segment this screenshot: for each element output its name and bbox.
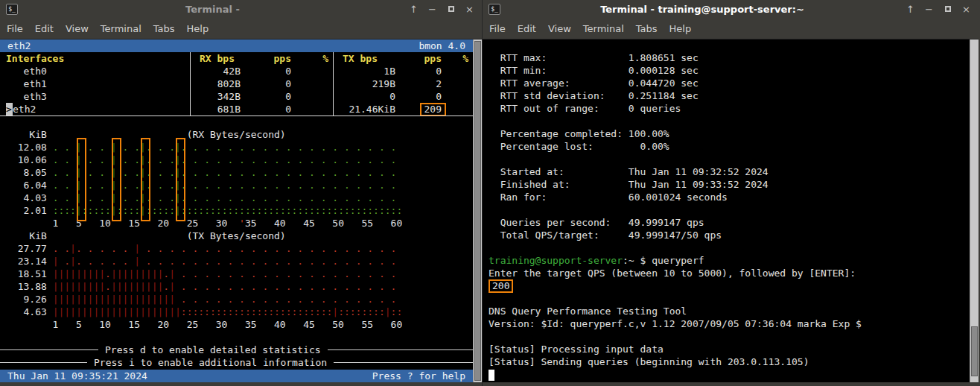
- tx-bytes-graph: KiB (TX Bytes/second) 27.77 . .|. . . . …: [0, 230, 473, 331]
- graph-dot: . .: [53, 154, 76, 165]
- y-tick-label: 13.88: [6, 281, 53, 292]
- graph-bar: |: [70, 256, 76, 267]
- graph-dot: ::::::::::::::::::::::::::::::::::::::: [181, 205, 402, 216]
- graph-data-row: 27.77 . .|. . . . . | . . . . . . . . . …: [0, 242, 473, 255]
- axis-segment: 35 40 45 50 55 60: [245, 218, 402, 229]
- divider: [328, 349, 473, 350]
- graph-bar: |||||||||: [111, 281, 163, 292]
- interface-row-eth0: eth0 42B 0 1B 0: [0, 65, 473, 77]
- minimize-icon[interactable]: −: [923, 0, 935, 19]
- graph-dot: . .: [53, 167, 76, 178]
- terminal-line: Version: $Id: queryperf.c,v 1.12 2007/09…: [489, 317, 970, 330]
- bmon-screen: eth2 bmon 4.0 Interfaces RX bps pps % TX…: [0, 39, 473, 382]
- divider: [0, 362, 87, 363]
- scrollbar[interactable]: [970, 39, 979, 382]
- graph-x-axis: 1 5 10 15 20 25 30 35 40 45 50 55 60: [0, 318, 473, 331]
- highlight-box: [176, 138, 185, 221]
- terminal-content: RTT max: 1.808651 sec RTT min: 0.000128 …: [483, 39, 979, 382]
- scrollbar-thumb[interactable]: [474, 41, 481, 381]
- close-icon[interactable]: ×: [960, 0, 973, 19]
- maximize-icon[interactable]: [445, 0, 457, 19]
- graph-dot: . . . . . . . . . . . . . . . . . . .: [181, 154, 402, 165]
- maximize-icon[interactable]: [941, 0, 954, 19]
- interface-row-eth2-selected: >eth2 681B 0 21.46KiB 209: [0, 103, 473, 116]
- scrollbar[interactable]: [473, 39, 482, 382]
- shade-icon[interactable]: ↑: [407, 0, 420, 19]
- terminal-line: [489, 368, 970, 381]
- menubar: File Edit View Terminal Tabs Help: [0, 19, 482, 39]
- terminal-line: RTT std deviation: 0.251184 sec: [489, 89, 970, 102]
- window-title: Terminal - training@support-server:~: [506, 4, 898, 15]
- divider: [334, 362, 473, 363]
- terminal-line: DNS Query Performance Testing Tool: [489, 305, 970, 317]
- highlight-box-qps-input: 200: [489, 279, 513, 293]
- menu-tabs[interactable]: Tabs: [636, 23, 658, 34]
- queryperf-output: RTT max: 1.808651 sec RTT min: 0.000128 …: [483, 39, 970, 382]
- highlight-box: [141, 138, 150, 221]
- graph-dot: . . . . . . . . . . . . . . . . . . .: [181, 167, 402, 178]
- graph-data-row: 13.88 |||||||||.|||||||||.| . . . . . . …: [0, 280, 473, 293]
- menu-file[interactable]: File: [489, 23, 506, 34]
- graph-bar: |||||||||: [53, 281, 105, 292]
- graph-data-row: 18.51 |||||||||.|||||||||.| . . . . . . …: [0, 268, 473, 280]
- graph-dot: . .: [53, 192, 76, 203]
- graph-dot: .: [105, 281, 111, 292]
- graph-bar: |||||||||: [111, 268, 163, 279]
- menu-tabs[interactable]: Tabs: [153, 23, 175, 34]
- graph-dot: . . . . . . . . . . . . . . . . . . . . …: [140, 256, 402, 267]
- shade-icon[interactable]: ↑: [904, 0, 917, 19]
- graph-dot: .: [105, 268, 111, 279]
- graph-dot: . . . . . . . . . . . . . . . . . . .: [181, 142, 402, 153]
- bmon-topbar: eth2 bmon 4.0: [0, 39, 473, 52]
- terminal-line: RTT max: 1.808651 sec: [489, 51, 970, 64]
- minimize-icon[interactable]: −: [426, 0, 439, 19]
- menu-terminal[interactable]: Terminal: [583, 23, 624, 34]
- graph-data-row: 8.05 . . | . . | . .|. . .|. . . . . . .…: [0, 166, 473, 179]
- menu-view[interactable]: View: [66, 23, 89, 34]
- terminal-line: Started at: Thu Jan 11 09:32:52 2024: [489, 165, 970, 178]
- y-tick-label: 9.26: [6, 294, 53, 305]
- graph-dot: ::::: [53, 205, 76, 216]
- help-line-detailed: Press d to enable detailed statistics: [0, 344, 473, 356]
- menu-help[interactable]: Help: [669, 23, 692, 34]
- graph-bar: |: [134, 256, 140, 267]
- graph-dot: . . . . .: [76, 243, 134, 254]
- menu-edit[interactable]: Edit: [518, 23, 536, 34]
- graph-dot: . . . . . . . . . . . . . . . . . . .: [175, 281, 402, 292]
- graph-data-row: 6.04 . . | . . | . .|. . .|. . . . . . .…: [0, 179, 473, 192]
- graph-dot: .: [163, 281, 169, 292]
- graph-bar: |: [169, 281, 175, 292]
- y-tick-label: 10.06: [6, 154, 53, 165]
- menu-help[interactable]: Help: [187, 23, 209, 34]
- table-divider: [0, 116, 473, 128]
- terminal-line: Ran for: 60.001024 seconds: [489, 191, 970, 203]
- menu-edit[interactable]: Edit: [35, 23, 54, 34]
- terminal-line: training@support-server:~ $ queryperf: [489, 254, 970, 267]
- status-datetime: Thu Jan 11 09:35:21 2024: [7, 370, 147, 382]
- graph-title-line: KiB (RX Bytes/second): [0, 128, 473, 141]
- menu-view[interactable]: View: [548, 23, 571, 34]
- titlebar[interactable]: $_ Terminal - training@support-server:~ …: [483, 0, 979, 19]
- graph-bar: |||||||||||||||||||||: [53, 294, 175, 305]
- terminal-line: [489, 153, 970, 165]
- terminal-line: [489, 241, 970, 254]
- status-help-hint: Press ? for help: [372, 370, 465, 382]
- y-tick-label: 23.14: [6, 256, 53, 267]
- terminal-line: 200: [489, 279, 970, 292]
- terminal-line: [489, 115, 970, 127]
- terminal-line: RTT out of range: 0 queries: [489, 102, 970, 115]
- bmon-selected-interface: eth2: [7, 39, 31, 52]
- menu-terminal[interactable]: Terminal: [101, 23, 141, 34]
- terminal-line: [489, 330, 970, 343]
- interface-row-eth3: eth3 342B 0 0 0: [0, 90, 473, 103]
- graph-data-row: 12.08 . . | . . | . .|. . .|. . . . . . …: [0, 141, 473, 154]
- graph-bar: |: [332, 306, 338, 317]
- graph-dot: . . . . . . . . . . . . . . . . . . . . …: [140, 243, 402, 254]
- close-icon[interactable]: ×: [463, 0, 476, 19]
- terminal-line: [489, 292, 970, 305]
- menu-file[interactable]: File: [7, 23, 23, 34]
- graph-bar: |: [134, 243, 140, 254]
- scrollbar-thumb[interactable]: [971, 326, 978, 376]
- interface-table-header: Interfaces RX bps pps % TX bps pps %: [0, 52, 473, 65]
- titlebar[interactable]: $_ Terminal - ↑ − ×: [0, 0, 482, 19]
